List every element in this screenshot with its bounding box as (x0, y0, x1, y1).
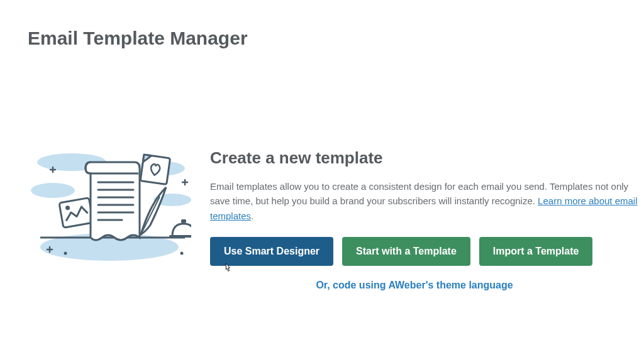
section-description: Email templates allow you to create a co… (210, 179, 644, 223)
svg-line-15 (141, 197, 160, 234)
svg-point-25 (180, 252, 184, 255)
code-theme-language-link[interactable]: Or, code using AWeber's theme language (316, 280, 513, 290)
content-panel: Create a new template Email templates al… (210, 143, 644, 291)
import-template-button[interactable]: Import a Template (479, 237, 593, 266)
svg-point-2 (31, 183, 75, 198)
button-row: Use Smart Designer Start with a Template… (210, 237, 644, 266)
page-title: Email Template Manager (0, 0, 644, 49)
svg-point-24 (64, 252, 67, 255)
start-with-template-button[interactable]: Start with a Template (342, 237, 470, 266)
section-heading: Create a new template (210, 148, 644, 168)
template-illustration (28, 143, 191, 269)
alt-link-row: Or, code using AWeber's theme language (210, 280, 644, 291)
svg-rect-17 (181, 219, 186, 223)
main-content: Create a new template Email templates al… (0, 49, 644, 291)
svg-rect-16 (169, 235, 191, 238)
description-suffix: . (251, 211, 253, 221)
use-smart-designer-button[interactable]: Use Smart Designer (210, 237, 333, 266)
